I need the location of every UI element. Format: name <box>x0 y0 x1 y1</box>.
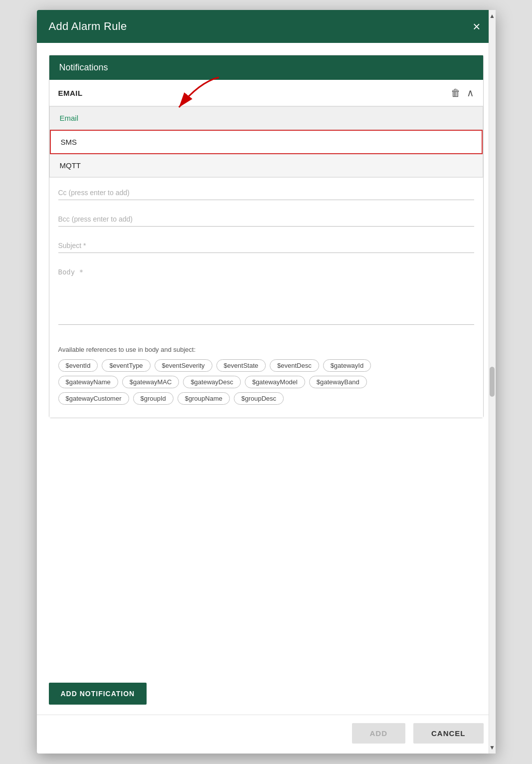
tag-eventDesc[interactable]: $eventDesc <box>270 359 319 372</box>
tag-groupDesc[interactable]: $groupDesc <box>234 392 284 405</box>
tags-row-1: $eventId $eventType $eventSeverity $even… <box>58 359 474 372</box>
close-button[interactable]: × <box>470 19 483 34</box>
email-type-label: EMAIL <box>58 89 83 97</box>
references-section: Available references to use in body and … <box>49 341 483 418</box>
subject-input[interactable] <box>58 239 474 253</box>
bcc-input[interactable] <box>58 212 474 227</box>
tag-gatewayMAC[interactable]: $gatewayMAC <box>122 376 179 388</box>
tag-groupId[interactable]: $groupId <box>133 392 174 405</box>
cc-input[interactable] <box>58 186 474 200</box>
tag-eventState[interactable]: $eventState <box>216 359 266 372</box>
add-notification-section: ADD NOTIFICATION <box>37 673 496 715</box>
bcc-field <box>58 212 474 227</box>
add-button[interactable]: ADD <box>352 723 406 744</box>
dropdown-item-email[interactable]: Email <box>50 107 483 130</box>
notifications-title: Notifications <box>59 62 108 72</box>
dropdown-item-sms[interactable]: SMS <box>50 130 483 154</box>
tag-gatewayCustomer[interactable]: $gatewayCustomer <box>58 392 129 405</box>
dialog-bottom-actions: ADD CANCEL <box>37 715 496 754</box>
tags-row-2: $gatewayName $gatewayMAC $gatewayDesc $g… <box>58 376 474 388</box>
body-field <box>58 265 474 325</box>
email-form-section <box>49 178 483 341</box>
scroll-thumb[interactable] <box>490 367 495 397</box>
tag-gatewayId[interactable]: $gatewayId <box>323 359 371 372</box>
dialog-header: Add Alarm Rule × <box>37 10 496 43</box>
tags-row-3: $gatewayCustomer $groupId $groupName $gr… <box>58 392 474 405</box>
subject-field <box>58 239 474 253</box>
tag-eventSeverity[interactable]: $eventSeverity <box>155 359 212 372</box>
dropdown-item-mqtt[interactable]: MQTT <box>50 154 483 177</box>
collapse-icon[interactable]: ∧ <box>467 87 474 99</box>
add-alarm-rule-dialog: ▲ ▼ Add Alarm Rule × Notifications EMAIL… <box>37 10 496 754</box>
dropdown-container: Email SMS MQTT <box>49 106 483 178</box>
email-row-actions: 🗑 ∧ <box>451 87 474 99</box>
cancel-button[interactable]: CANCEL <box>413 723 484 744</box>
notification-type-dropdown: Email SMS MQTT <box>49 106 483 178</box>
delete-notification-icon[interactable]: 🗑 <box>451 87 461 99</box>
tag-eventId[interactable]: $eventId <box>58 359 98 372</box>
tag-gatewayName[interactable]: $gatewayName <box>58 376 118 388</box>
notifications-section-header: Notifications <box>49 55 483 80</box>
tag-eventType[interactable]: $eventType <box>102 359 150 372</box>
notifications-card: Notifications EMAIL 🗑 ∧ <box>49 55 484 418</box>
add-notification-button[interactable]: ADD NOTIFICATION <box>49 683 147 705</box>
tag-gatewayBand[interactable]: $gatewayBand <box>309 376 367 388</box>
scroll-down-arrow[interactable]: ▼ <box>488 743 497 753</box>
body-input[interactable] <box>58 265 474 325</box>
tag-gatewayDesc[interactable]: $gatewayDesc <box>183 376 240 388</box>
email-row: EMAIL 🗑 ∧ <box>49 80 483 106</box>
dialog-body: Notifications EMAIL 🗑 ∧ <box>37 43 496 673</box>
tag-groupName[interactable]: $groupName <box>177 392 230 405</box>
scroll-up-arrow[interactable]: ▲ <box>488 11 497 21</box>
dialog-title: Add Alarm Rule <box>49 20 127 33</box>
scrollbar[interactable]: ▲ ▼ <box>489 10 496 754</box>
tag-gatewayModel[interactable]: $gatewayModel <box>245 376 305 388</box>
references-title: Available references to use in body and … <box>58 346 474 353</box>
cc-field <box>58 186 474 200</box>
